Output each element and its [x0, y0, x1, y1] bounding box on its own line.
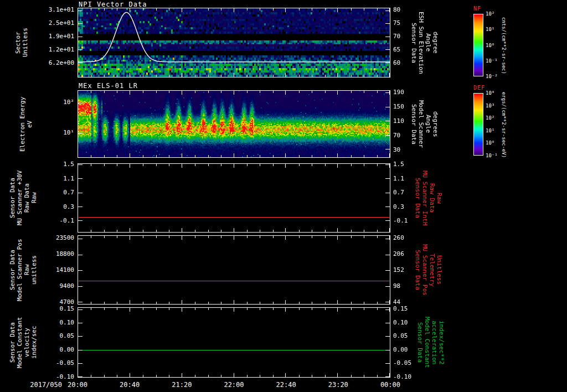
tick-mark — [299, 155, 300, 157]
tick-mark — [385, 63, 390, 63]
tick-mark — [78, 270, 83, 271]
tick-mark — [364, 375, 364, 377]
tick-mark — [182, 300, 182, 304]
colorbar-tick-label: 10⁻² — [486, 74, 498, 79]
tick-mark — [208, 164, 209, 166]
tick-mark — [78, 308, 78, 312]
tick-mark — [260, 230, 260, 232]
tick-mark — [247, 91, 248, 93]
tick-mark — [377, 164, 378, 166]
tick-mark — [385, 37, 390, 37]
tick-mark — [195, 8, 195, 11]
tick-mark — [351, 75, 352, 77]
tick-mark — [325, 155, 326, 157]
colorbar-tick-label: 10² — [486, 11, 494, 17]
colorbar-def-ticks: 10⁴10³10²10¹10⁰10⁻¹ — [486, 90, 500, 158]
tick-mark — [364, 8, 364, 11]
x-tick-label: 00:00 — [378, 381, 403, 389]
x-axis-tick-labels: 20:0020:4021:2022:0022:4023:2000:00 — [65, 381, 403, 389]
x-tick-label: 20:00 — [65, 381, 90, 389]
tick-mark — [312, 8, 312, 11]
y-tick-label: -0.10 — [393, 373, 411, 380]
tick-mark — [78, 103, 83, 104]
tick-mark — [221, 230, 221, 232]
y-tick-label: -0.05 — [393, 359, 411, 367]
tick-mark — [182, 8, 182, 12]
y-tick-label: 6.2e+00 — [49, 59, 74, 66]
tick-mark — [299, 230, 300, 232]
tick-mark — [169, 230, 169, 232]
tick-mark — [78, 207, 83, 207]
axis-label-line: Sensor Data — [414, 235, 421, 305]
axis-label-line: index/sec — [30, 307, 38, 378]
tick-mark — [234, 236, 234, 240]
tick-mark — [385, 207, 390, 207]
tick-mark — [156, 230, 157, 232]
tick-mark — [221, 8, 221, 11]
tick-mark — [337, 308, 338, 312]
panel2-els-spectrogram — [78, 90, 390, 158]
tick-mark — [260, 8, 260, 11]
tick-mark — [195, 75, 195, 77]
y-tick-label: 260 — [393, 234, 404, 241]
tick-mark — [299, 91, 300, 93]
tick-mark — [78, 336, 83, 337]
tick-mark — [285, 300, 286, 304]
tick-mark — [364, 236, 364, 238]
panel4-right-axis-label: Sensor DataMU Scanner PosTelemetryUnitle… — [414, 235, 443, 305]
axis-label-line: degree — [432, 8, 439, 78]
tick-mark — [130, 73, 130, 77]
tick-mark — [260, 302, 260, 304]
tick-mark — [91, 375, 91, 377]
tick-mark — [117, 302, 117, 304]
tick-mark — [299, 375, 300, 377]
tick-mark — [221, 155, 221, 157]
tick-mark — [299, 308, 300, 310]
tick-mark — [130, 373, 130, 377]
tick-mark — [104, 75, 105, 77]
tick-mark — [104, 164, 105, 166]
panel2-left-ticks: 10²10¹ — [40, 99, 74, 136]
tick-mark — [351, 308, 352, 310]
tick-mark — [234, 300, 234, 304]
tick-mark — [273, 155, 274, 157]
tick-mark — [260, 308, 260, 310]
tick-mark — [337, 153, 338, 157]
colorbar-def-title: DEF — [473, 85, 485, 91]
tick-mark — [385, 121, 390, 121]
axis-label-line: unitless — [30, 235, 38, 305]
axis-label-line: Angle — [425, 90, 432, 158]
tick-mark — [364, 230, 364, 232]
tick-mark — [78, 310, 83, 310]
axis-label-line: Raw Data — [429, 163, 436, 233]
y-tick-label: 18800 — [56, 250, 74, 257]
tick-mark — [299, 75, 300, 77]
model-constant-acceleration-line — [79, 350, 389, 350]
tick-mark — [351, 236, 352, 238]
axis-label-line: Model Scanner Pos — [16, 235, 23, 305]
panel1-title: NPI Vector Data — [79, 1, 147, 8]
axis-label-line: Raw — [30, 163, 38, 233]
y-tick-label: 1.2e+01 — [49, 46, 74, 53]
y-tick-label: 10¹ — [63, 129, 74, 136]
tick-mark — [377, 230, 378, 232]
tick-mark — [285, 153, 286, 157]
tick-mark — [389, 164, 390, 168]
tick-mark — [117, 308, 117, 310]
tick-mark — [221, 375, 221, 377]
tick-mark — [104, 236, 105, 238]
tick-mark — [78, 376, 83, 377]
y-tick-label: 23500 — [56, 234, 74, 241]
axis-label-line: MU Scanner +30V — [16, 163, 23, 233]
tick-mark — [364, 91, 364, 93]
tick-mark — [377, 8, 378, 11]
tick-mark — [143, 75, 143, 77]
tick-mark — [169, 302, 169, 304]
y-tick-label: 30 — [393, 146, 400, 153]
tick-mark — [312, 155, 312, 157]
tick-mark — [195, 230, 195, 232]
tick-mark — [234, 308, 234, 312]
tick-mark — [234, 8, 234, 12]
tick-mark — [285, 308, 286, 312]
tick-mark — [169, 155, 169, 157]
